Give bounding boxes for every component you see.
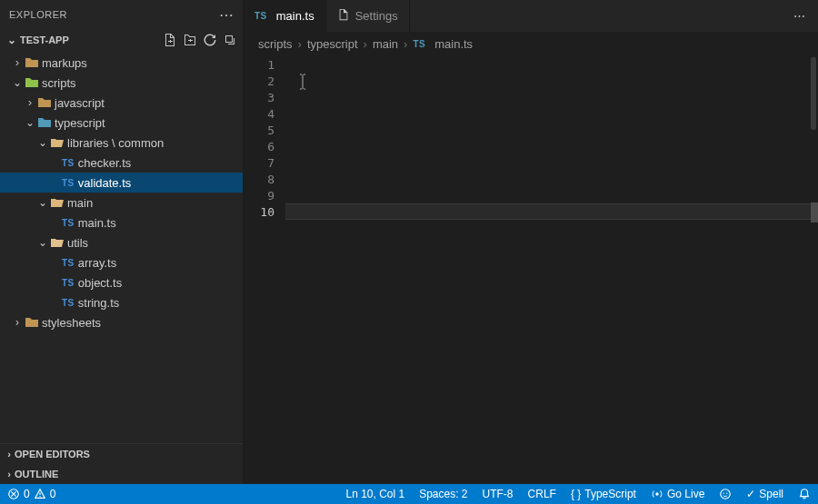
ts-file-icon: TS [62,218,75,228]
explorer-title: EXPLORER [9,9,67,20]
folder-icon [24,56,40,69]
open-editors-label: OPEN EDITORS [15,449,90,460]
error-icon [7,488,20,500]
outline-header[interactable]: › OUTLINE [0,464,243,484]
editor-body[interactable]: 12345678910 [244,55,818,484]
tree-file-main-ts[interactable]: TS main.ts [0,212,243,232]
breadcrumb-item[interactable]: main.ts [434,37,473,51]
chevron-down-icon: ⌄ [24,116,36,129]
explorer-more-icon[interactable]: ⋯ [219,6,234,24]
svg-point-1 [39,496,40,497]
tree-folder-utils[interactable]: ⌄ utils [0,232,243,252]
status-encoding[interactable]: UTF-8 [475,484,521,504]
status-language[interactable]: { } TypeScript [564,484,643,504]
status-eol[interactable]: CRLF [521,484,564,504]
folder-open-icon [49,136,65,149]
breadcrumb-item[interactable]: scripts [258,37,293,51]
new-folder-icon[interactable] [183,33,197,47]
breadcrumbs[interactable]: scripts › typescript › main › TS main.ts [244,32,818,55]
tab-label: main.ts [276,9,314,23]
tree-label: scripts [42,76,76,90]
status-notifications[interactable] [791,484,818,504]
refresh-icon[interactable] [203,33,217,47]
tree-label: object.ts [78,276,122,290]
warning-icon [34,488,46,500]
chevron-down-icon: ⌄ [36,136,49,149]
chevron-down-icon: ⌄ [36,236,49,249]
ts-file-icon: TS [62,258,75,268]
chevron-right-icon: › [11,316,24,329]
chevron-right-icon: › [24,96,36,109]
tree-label: main.ts [78,216,116,230]
collapse-all-icon[interactable] [223,33,237,47]
tree-folder-typescript[interactable]: ⌄ typescript [0,113,243,133]
error-count: 0 [24,488,30,500]
tab-settings[interactable]: Settings [326,0,410,32]
text-cursor-icon [298,74,307,90]
broadcast-icon [651,488,663,500]
tree-file-string[interactable]: TS string.ts [0,292,243,312]
code-area[interactable] [285,55,818,484]
status-errors[interactable]: 0 0 [0,484,63,504]
status-feedback[interactable] [712,484,739,504]
line-gutter: 12345678910 [244,55,285,484]
feedback-icon [719,488,732,500]
folder-icon [24,316,40,329]
folder-icon [36,96,53,109]
tree-folder-stylesheets[interactable]: › stylesheets [0,312,243,332]
bell-icon [798,488,811,500]
tree-folder-markups[interactable]: › markups [0,53,243,73]
tree-file-validate[interactable]: TS validate.ts [0,173,243,193]
tree-folder-javascript[interactable]: › javascript [0,93,243,113]
status-spaces[interactable]: Spaces: 2 [412,484,474,504]
ts-file-icon: TS [254,11,267,21]
outline-label: OUTLINE [15,469,58,479]
tree-label: utils [67,236,88,250]
project-header[interactable]: ⌄ TEST-APP [0,29,243,51]
svg-point-4 [723,492,724,493]
tree-label: validate.ts [78,176,132,190]
settings-file-icon [337,8,350,24]
chevron-right-icon: › [11,56,24,69]
tab-main-ts[interactable]: TS main.ts [244,0,326,32]
project-name: TEST-APP [20,35,69,45]
check-icon: ✓ [746,488,755,500]
breadcrumb-item[interactable]: typescript [307,37,358,51]
svg-point-3 [721,489,731,499]
more-actions-icon[interactable]: ⋯ [793,9,805,23]
folder-open-icon [49,196,65,209]
tree-label: javascript [55,96,105,110]
chevron-down-icon: ⌄ [5,34,18,46]
ts-file-icon: TS [413,39,425,49]
tab-label: Settings [355,9,398,23]
braces-icon: { } [571,488,581,500]
status-ln-col[interactable]: Ln 10, Col 1 [338,484,412,504]
tree-file-array[interactable]: TS array.ts [0,252,243,272]
status-go-live[interactable]: Go Live [643,484,712,504]
status-spell[interactable]: ✓ Spell [739,484,791,504]
new-file-icon[interactable] [163,33,177,47]
ts-file-icon: TS [62,278,75,288]
folder-scripts-icon [24,76,40,89]
tree-file-object[interactable]: TS object.ts [0,272,243,292]
chevron-right-icon: › [4,449,15,460]
ts-file-icon: TS [62,298,75,308]
tree-folder-main[interactable]: ⌄ main [0,193,243,212]
explorer-header: EXPLORER ⋯ [0,0,243,29]
explorer-sidebar: EXPLORER ⋯ ⌄ TEST-APP › [0,0,244,484]
svg-point-5 [726,492,727,493]
open-editors-header[interactable]: › OPEN EDITORS [0,444,243,464]
minimap-scrollbar[interactable] [811,57,816,130]
tree-folder-libraries[interactable]: ⌄ libraries \ common [0,133,243,153]
file-tree: › markups ⌄ scripts › javascript ⌄ [0,51,243,443]
tree-folder-scripts[interactable]: ⌄ scripts [0,73,243,93]
breadcrumb-item[interactable]: main [373,37,398,51]
svg-point-2 [655,492,659,496]
tree-label: typescript [55,116,105,130]
tree-file-checker[interactable]: TS checker.ts [0,153,243,173]
tree-label: libraries \ common [67,136,164,150]
chevron-right-icon: › [404,37,407,51]
chevron-right-icon: › [4,469,15,479]
tree-label: markups [42,56,87,70]
chevron-down-icon: ⌄ [36,196,49,209]
